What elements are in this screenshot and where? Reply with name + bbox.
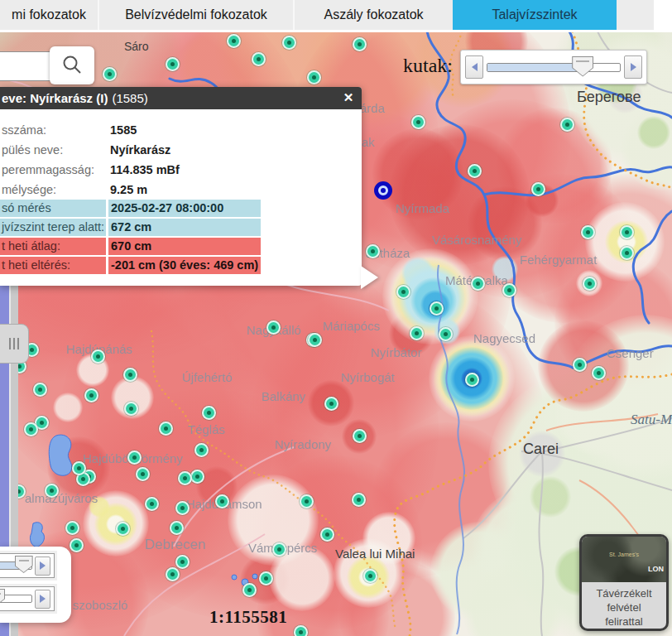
row-label: jvízszint terep alatt: xyxy=(0,219,106,236)
row-value: 672 cm xyxy=(108,219,261,236)
slider-thumb[interactable] xyxy=(572,56,593,77)
thumbnail-label: St. James's xyxy=(582,552,666,557)
tab-talajvizszintek[interactable]: Talajvízszintek xyxy=(453,0,617,30)
row-value: 2025-02-27 08:00:00 xyxy=(108,200,261,217)
row-value: Nyírkarász xyxy=(110,140,170,160)
popup-header: eve: Nyírkarász (I)(1585) ✕ xyxy=(0,87,362,109)
row-label: pülés neve: xyxy=(2,140,63,160)
row-label: só mérés időpontja: xyxy=(0,200,106,217)
map-scale-text: 1:1155581 xyxy=(209,607,287,628)
row-value: 1585 xyxy=(110,120,137,140)
selected-well-marker[interactable] xyxy=(374,181,392,200)
slider-right-arrow-button[interactable] xyxy=(35,590,50,609)
caption-line: felirattal xyxy=(582,614,666,629)
popup-row: peremmagasság: 114.835 mBf xyxy=(0,160,362,180)
grip-icon xyxy=(17,338,19,349)
popup-row-highlight: jvízszint terep alatt: 672 cm xyxy=(0,219,362,236)
popup-title-id: (1585) xyxy=(112,91,147,105)
popup-body: sszáma: 1585 pülés neve: Nyírkarász pere… xyxy=(0,109,362,296)
popup-row-alert: t heti átlag: 670 cm xyxy=(0,238,362,255)
search-icon xyxy=(61,54,83,78)
tab-aszaly-fokozatok[interactable]: Aszály fokozatok xyxy=(293,0,453,30)
row-label: t heti átlag: xyxy=(0,238,106,255)
opacity-slider-2 xyxy=(0,586,55,611)
tabbar-end xyxy=(654,0,672,30)
search-input[interactable] xyxy=(0,51,52,81)
slider-right-arrow-button[interactable] xyxy=(35,556,50,576)
row-value: 9.25 m xyxy=(110,180,147,200)
thumbnail-label: LON xyxy=(648,565,664,573)
tabbar-filler xyxy=(617,0,654,30)
popup-row-highlight: só mérés időpontja: 2025-02-27 08:00:00 xyxy=(0,200,362,217)
wells-slider xyxy=(460,50,647,84)
grip-icon xyxy=(9,338,11,349)
wells-slider-label: kutak: xyxy=(403,55,453,77)
grip-icon xyxy=(13,338,15,349)
app-window: SárosvárdaakБереговеNyírmadaVásárosnamén… xyxy=(0,0,672,636)
caption-line: Távérzékelt xyxy=(582,586,666,600)
row-label: t heti eltérés: xyxy=(0,257,106,274)
row-label: peremmagasság: xyxy=(2,160,94,180)
right-arrow-icon xyxy=(40,561,46,570)
layer-opacity-panel xyxy=(0,547,71,623)
tab-vedelmi-fokozatok[interactable]: mi fokozatok xyxy=(0,0,98,30)
slider-fill xyxy=(487,64,583,71)
close-icon[interactable]: ✕ xyxy=(341,90,356,105)
popup-row-alert: t heti eltérés: -201 cm (30 éves: 469 cm… xyxy=(0,257,362,274)
basemap-switcher-button[interactable]: St. James's LON Távérzékelt felvétel fel… xyxy=(579,534,669,631)
left-arrow-icon xyxy=(472,63,478,71)
row-value: 670 cm xyxy=(108,238,261,255)
side-panel-toggle-handle[interactable] xyxy=(0,324,29,364)
row-label: mélysége: xyxy=(2,180,56,200)
slider-right-arrow-button[interactable] xyxy=(624,55,642,79)
slider-track[interactable] xyxy=(487,63,621,72)
row-value: -201 cm (30 éves: 469 cm) xyxy=(108,257,261,274)
right-arrow-icon xyxy=(631,63,636,71)
popup-pointer xyxy=(361,266,378,289)
slider-thumb[interactable] xyxy=(0,589,5,606)
row-value: 114.835 mBf xyxy=(110,160,180,180)
opacity-slider-1 xyxy=(0,553,55,578)
row-label: sszáma: xyxy=(2,120,46,140)
popup-title: eve: Nyírkarász (I) xyxy=(2,91,108,105)
top-tab-bar: mi fokozatok Belvízvédelmi fokozatok Asz… xyxy=(0,0,672,32)
well-info-popup: eve: Nyírkarász (I)(1585) ✕ sszáma: 1585… xyxy=(0,87,362,286)
slider-track[interactable] xyxy=(0,595,32,603)
slider-track[interactable] xyxy=(0,561,32,570)
basemap-switcher-caption: Távérzékelt felvétel felirattal xyxy=(582,582,666,629)
slider-thumb[interactable] xyxy=(15,556,33,573)
slider-left-arrow-button[interactable] xyxy=(465,55,483,79)
popup-row: mélysége: 9.25 m xyxy=(0,180,362,200)
search-button[interactable] xyxy=(50,46,94,84)
satellite-thumbnail: St. James's LON xyxy=(582,537,666,582)
popup-row: sszáma: 1585 xyxy=(0,120,362,140)
tab-belvizvedelmi-fokozatok[interactable]: Belvízvédelmi fokozatok xyxy=(98,0,293,30)
popup-row: pülés neve: Nyírkarász xyxy=(0,140,362,160)
caption-line: felvétel xyxy=(582,600,666,614)
right-arrow-icon xyxy=(40,595,46,603)
